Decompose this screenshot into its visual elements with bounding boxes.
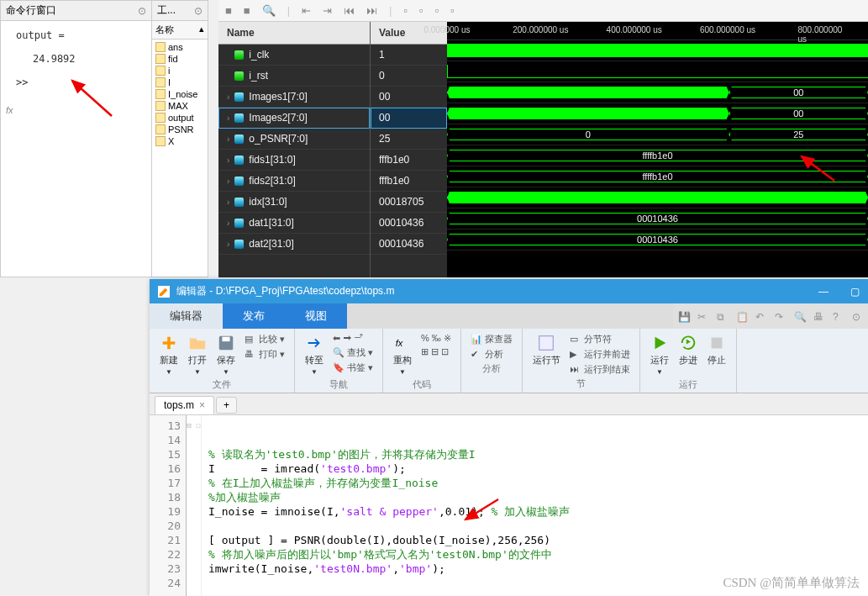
redo-icon[interactable]: ↷ xyxy=(775,311,786,322)
signal-value[interactable]: 00010436 xyxy=(371,213,447,234)
signal-value[interactable]: 1 xyxy=(371,45,447,66)
workspace-var[interactable]: fid xyxy=(154,53,206,65)
tool-icon[interactable]: ⇥ xyxy=(323,4,332,17)
cmd-body[interactable]: output = 24.9892 >> xyxy=(1,21,151,97)
signal-name[interactable]: ›fids1[31:0] xyxy=(218,150,370,171)
tool-icon[interactable]: ■ xyxy=(244,4,250,17)
tool-icon[interactable]: ⇤ xyxy=(302,4,311,17)
file-tab-tops[interactable]: tops.m × xyxy=(155,396,214,414)
signal-name[interactable]: ›Images1[7:0] xyxy=(218,87,370,108)
maximize-button[interactable]: ▢ xyxy=(850,286,860,298)
signal-name[interactable]: ›idx[31:0] xyxy=(218,192,370,213)
sort-icon[interactable]: ▴ xyxy=(199,24,204,36)
code-editor[interactable]: 13 14 15 16 17 18 19 20 21 22 23 24 ⊟ ☐ … xyxy=(150,415,868,596)
wave-track[interactable] xyxy=(447,61,868,82)
copy-icon[interactable]: ⧉ xyxy=(717,311,728,322)
run-advance-button[interactable]: ▶运行并前进 xyxy=(567,347,633,361)
tool-icon[interactable]: ▫ xyxy=(450,4,455,17)
add-tab-button[interactable]: + xyxy=(216,397,237,414)
search-icon[interactable]: 🔍 xyxy=(794,311,805,322)
name-col-header[interactable]: Name xyxy=(218,22,370,45)
signal-name[interactable]: ›dat2[31:0] xyxy=(218,234,370,255)
print-button[interactable]: 🖶打印 ▾ xyxy=(242,347,287,361)
workspace-var[interactable]: MAX xyxy=(154,100,206,112)
save-button[interactable]: 保存▼ xyxy=(213,332,239,377)
signal-value[interactable]: 00010436 xyxy=(371,234,447,255)
code-tool[interactable]: % ‰ ※ xyxy=(418,332,454,345)
goto-button[interactable]: 转至▼ xyxy=(302,332,327,377)
run-end-button[interactable]: ⏭运行到结束 xyxy=(567,362,633,377)
dropdown-icon[interactable]: ⊙ xyxy=(852,311,863,322)
new-button[interactable]: 新建▼ xyxy=(156,332,181,377)
signal-name[interactable]: ›dat1[31:0] xyxy=(218,213,370,234)
fx-icon[interactable]: fx xyxy=(6,105,13,115)
dropdown-icon[interactable]: ⊙ xyxy=(194,5,203,17)
paste-icon[interactable]: 📋 xyxy=(736,311,747,322)
titlebar[interactable]: 编辑器 - D:\FPGA_Proj\FPGAtest\codepz\tops.… xyxy=(150,279,868,303)
compare-button[interactable]: ▤比较 ▾ xyxy=(242,332,287,346)
minimize-button[interactable]: — xyxy=(818,286,829,298)
tool-icon[interactable]: ⏮ xyxy=(344,4,355,17)
tool-icon[interactable]: ▫ xyxy=(404,4,408,17)
help-icon[interactable]: ? xyxy=(833,311,844,322)
tab-view[interactable]: 视图 xyxy=(285,303,347,329)
dropdown-icon[interactable]: ⊙ xyxy=(138,5,146,17)
save-icon[interactable]: 💾 xyxy=(678,311,689,322)
step-button[interactable]: 步进 xyxy=(676,332,701,368)
wave-plot[interactable]: 0.000000 us200.000000 us400.000000 us600… xyxy=(447,22,868,277)
signal-name[interactable]: ›i_rst xyxy=(218,66,370,87)
workspace-var[interactable]: i xyxy=(154,65,206,76)
signal-name[interactable]: ›o_PSNR[7:0] xyxy=(218,129,370,150)
explorer-button[interactable]: 📊探查器 xyxy=(468,332,515,346)
print-icon[interactable]: 🖶 xyxy=(813,311,824,322)
workspace-var[interactable]: I xyxy=(154,76,206,88)
signal-name[interactable]: ›Images2[7:0] xyxy=(218,108,370,129)
tool-icon[interactable]: ▫ xyxy=(435,4,439,17)
workspace-var[interactable]: ans xyxy=(154,41,206,53)
signal-value[interactable]: 00 xyxy=(371,87,447,108)
prompt[interactable]: >> xyxy=(8,76,145,88)
signal-value[interactable]: 0 xyxy=(371,66,447,87)
workspace-var[interactable]: I_noise xyxy=(154,88,206,100)
run-section-button[interactable]: 运行节 xyxy=(529,332,564,368)
wave-track[interactable]: ffffb1e0 xyxy=(447,166,868,187)
run-button[interactable]: 运行▼ xyxy=(647,332,672,377)
code-content[interactable]: % 读取名为'test0.bmp'的图片，并将其存储为变量I I = imrea… xyxy=(202,415,868,596)
signal-value[interactable]: 00 xyxy=(371,108,447,129)
workspace-var[interactable]: X xyxy=(154,135,206,147)
find-button[interactable]: 🔍查找 ▾ xyxy=(330,345,376,360)
bookmark-button[interactable]: 🔖书签 ▾ xyxy=(330,361,376,375)
tool-icon[interactable]: ⏭ xyxy=(366,4,377,17)
close-icon[interactable]: × xyxy=(199,399,205,411)
nav-back-button[interactable]: ⬅ ⮕ ⤴ xyxy=(330,332,376,345)
stop-button[interactable]: 停止 xyxy=(704,332,729,368)
refactor-button[interactable]: fx重构▼ xyxy=(390,332,415,377)
signal-value[interactable]: 25 xyxy=(371,129,447,150)
workspace-var[interactable]: PSNR xyxy=(154,124,206,135)
wave-track[interactable]: 00010436 xyxy=(447,229,868,251)
signal-value[interactable]: 00018705 xyxy=(371,192,447,213)
open-button[interactable]: 打开▼ xyxy=(185,332,210,377)
signal-name[interactable]: ›i_clk xyxy=(218,45,370,66)
ws-col-header[interactable]: 名称▴ xyxy=(152,21,208,40)
cut-icon[interactable]: ✂ xyxy=(697,311,708,322)
ws-header[interactable]: 工... ⊙ xyxy=(152,1,208,21)
workspace-var[interactable]: output xyxy=(154,112,206,124)
section-break-button[interactable]: ▭分节符 xyxy=(567,332,633,346)
wave-track[interactable]: 025 xyxy=(447,124,868,145)
tool-icon[interactable]: ■ xyxy=(225,4,232,17)
wave-track[interactable] xyxy=(447,187,868,208)
tab-editor[interactable]: 编辑器 xyxy=(150,303,223,329)
analyze-button[interactable]: ✔分析 xyxy=(468,347,515,361)
signal-value[interactable]: fffb1e0 xyxy=(371,150,447,171)
wave-track[interactable]: 00 xyxy=(447,82,868,103)
wave-track[interactable] xyxy=(447,40,868,61)
signal-name[interactable]: ›fids2[31:0] xyxy=(218,171,370,192)
wave-track[interactable]: 00 xyxy=(447,103,868,124)
time-ruler[interactable]: 0.000000 us200.000000 us400.000000 us600… xyxy=(447,22,868,40)
code-tool[interactable]: ⊞ ⊟ ⊡ xyxy=(418,345,454,358)
fold-column[interactable]: ⊟ ☐ xyxy=(187,415,202,596)
wave-track[interactable]: 00010436 xyxy=(447,208,868,229)
cmd-header[interactable]: 命令行窗口 ⊙ xyxy=(1,1,151,21)
signal-value[interactable]: fffb1e0 xyxy=(371,171,447,192)
